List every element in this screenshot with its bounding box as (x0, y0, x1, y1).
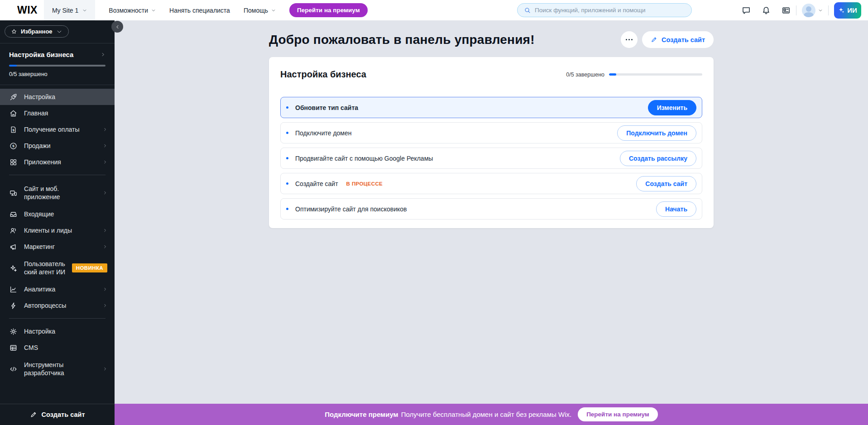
task-connect-domain-button[interactable]: Подключить домен (617, 125, 696, 141)
chevron-left-icon (115, 24, 120, 29)
apps-grid-icon (9, 158, 18, 167)
site-selector-label: My Site 1 (52, 7, 78, 14)
sidebar-item-sales[interactable]: $ Продажи (0, 138, 115, 154)
create-site-label: Создать сайт (42, 411, 85, 418)
task-row-connect-domain[interactable]: Подключите домен Подключить домен (280, 122, 702, 143)
task-start-button[interactable]: Начать (656, 201, 696, 217)
nav-help[interactable]: Помощь (244, 7, 276, 14)
sidebar-item-settings[interactable]: Настройка (0, 323, 115, 339)
setup-progress-label: 0/5 завершено (9, 71, 106, 77)
chevron-right-icon (103, 303, 107, 308)
sidebar-item-label: Сайт и моб. приложение (24, 185, 82, 201)
sidebar: Избранное Настройка бизнеса 0/5 завершен… (0, 20, 115, 425)
ai-assistant-button[interactable]: ИИ (834, 2, 861, 19)
sidebar-item-label: Аналитика (24, 285, 55, 293)
sidebar-item-payments[interactable]: $ Получение оплаты (0, 121, 115, 138)
ai-sparkle-icon (9, 264, 18, 272)
chevron-down-icon (818, 8, 823, 13)
task-label: Оптимизируйте сайт для поисковиков (295, 205, 407, 213)
sidebar-item-cms[interactable]: CMS (0, 339, 115, 356)
wix-logo[interactable]: WIX (17, 4, 38, 16)
sidebar-collapse-button[interactable] (111, 21, 123, 33)
sidebar-item-marketing[interactable]: Маркетинг (0, 239, 115, 255)
premium-banner-button[interactable]: Перейти на премиум (578, 407, 658, 421)
site-selector[interactable]: My Site 1 (44, 0, 95, 20)
pencil-icon (30, 411, 37, 418)
sidebar-item-dev-tools[interactable]: Инструменты разработчика (0, 356, 115, 382)
code-icon (9, 365, 18, 373)
sidebar-item-site-mobile-app[interactable]: Сайт и моб. приложение (0, 180, 115, 206)
sidebar-menu: Настройка Главная $ Получение оплаты $ П… (0, 89, 115, 382)
home-icon (9, 109, 18, 118)
task-label: Подключите домен (295, 129, 352, 137)
in-progress-status-badge: В ПРОЦЕССЕ (346, 181, 383, 186)
star-icon (11, 29, 17, 35)
bullet-icon (286, 132, 288, 134)
premium-banner-text: Получите бесплатный домен и сайт без рек… (401, 411, 572, 418)
search-input[interactable] (535, 7, 685, 14)
svg-text:$: $ (12, 128, 14, 132)
inbox-icon (9, 210, 18, 219)
sidebar-item-automations[interactable]: Автопроцессы (0, 297, 115, 314)
sidebar-create-site-button[interactable]: Создать сайт (0, 404, 115, 425)
sidebar-item-label: Пользовательский агент ИИ (24, 260, 66, 276)
bullet-icon (286, 208, 288, 210)
nav-features[interactable]: Возможности (109, 7, 156, 14)
chevron-right-icon (103, 244, 107, 249)
ai-button-label: ИИ (847, 6, 857, 14)
account-menu[interactable] (802, 4, 823, 17)
sidebar-item-label: Клиенты и лиды (24, 226, 72, 234)
more-options-button[interactable] (621, 31, 638, 48)
task-create-site-button[interactable]: Создать сайт (636, 176, 696, 191)
create-site-button[interactable]: Создать сайт (642, 31, 714, 48)
sidebar-item-label: Приложения (24, 158, 61, 166)
sidebar-item-label: Маркетинг (24, 243, 55, 251)
pencil-icon (651, 36, 657, 43)
nav-hire-label: Нанять специалиста (169, 7, 230, 14)
more-options-icon (626, 39, 633, 40)
notifications-bell-icon[interactable] (761, 5, 771, 15)
news-updates-icon[interactable] (781, 5, 791, 15)
rocket-icon (9, 93, 18, 101)
sidebar-business-setup[interactable]: Настройка бизнеса 0/5 завершено (0, 43, 115, 85)
sidebar-item-analytics[interactable]: Аналитика (0, 281, 115, 297)
upgrade-premium-button[interactable]: Перейти на премиум (289, 3, 368, 17)
task-row-seo-optimize[interactable]: Оптимизируйте сайт для поисковиков Начат… (280, 198, 702, 220)
business-setup-card: Настройка бизнеса 0/5 завершено Обновите… (269, 57, 714, 228)
nav-hire-professional[interactable]: Нанять специалиста (169, 7, 230, 14)
bullet-icon (286, 157, 288, 159)
favorites-dropdown[interactable]: Избранное (5, 25, 69, 38)
sparkle-icon (838, 7, 845, 14)
premium-banner-highlight: Подключите премиум (325, 411, 398, 418)
sidebar-item-inbox[interactable]: Входящие (0, 206, 115, 222)
chevron-right-icon (103, 287, 107, 291)
sidebar-item-label: Настройка (24, 327, 55, 335)
gear-icon (9, 327, 18, 336)
top-bar: WIX My Site 1 Возможности Нанять специал… (0, 0, 868, 20)
chevron-down-icon (271, 8, 276, 13)
sidebar-item-apps[interactable]: Приложения (0, 154, 115, 170)
favorites-label: Избранное (21, 28, 53, 35)
task-row-update-site-type[interactable]: Обновите тип сайта Изменить (280, 97, 702, 118)
chat-icon[interactable] (741, 5, 751, 15)
svg-text:$: $ (12, 144, 14, 148)
card-title: Настройка бизнеса (280, 69, 366, 80)
sidebar-item-ai-agent[interactable]: Пользовательский агент ИИ НОВИНКА (0, 255, 115, 281)
task-row-promote-google-ads[interactable]: Продвигайте сайт с помощью Google Реклам… (280, 148, 702, 169)
chevron-right-icon (103, 367, 107, 371)
sidebar-item-label: CMS (24, 344, 38, 352)
premium-banner: Подключите премиум Получите бесплатный д… (115, 404, 868, 425)
sidebar-item-setup[interactable]: Настройка (0, 89, 115, 105)
task-change-button[interactable]: Изменить (648, 100, 696, 115)
sidebar-item-label: Получение оплаты (24, 125, 80, 134)
task-create-campaign-button[interactable]: Создать рассылку (620, 151, 696, 166)
sidebar-item-label: Главная (24, 109, 48, 117)
create-site-button-label: Создать сайт (662, 36, 705, 43)
sidebar-item-contacts-leads[interactable]: Клиенты и лиды (0, 222, 115, 239)
invoice-icon: $ (9, 125, 18, 134)
sidebar-item-home[interactable]: Главная (0, 105, 115, 121)
nav-features-label: Возможности (109, 7, 148, 14)
chevron-right-icon (103, 160, 107, 164)
global-search (517, 3, 692, 17)
task-row-create-site[interactable]: Создайте сайт В ПРОЦЕССЕ Создать сайт (280, 173, 702, 194)
